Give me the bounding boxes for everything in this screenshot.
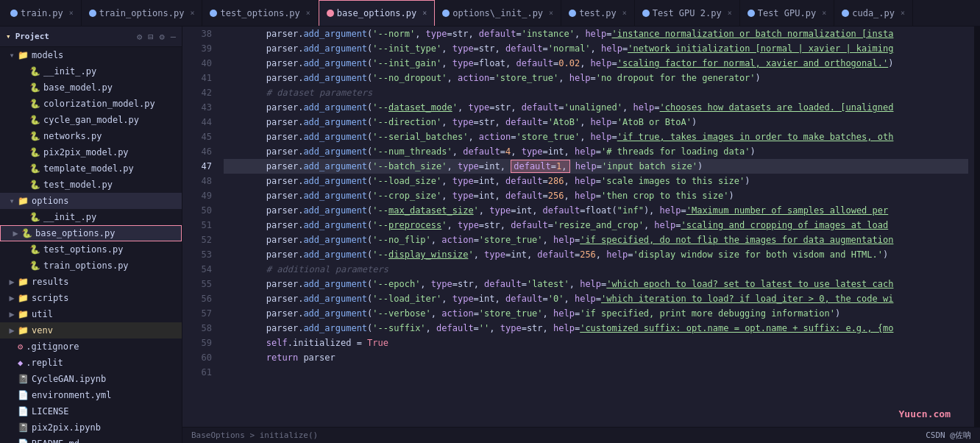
tab-test-gpu2-py[interactable]: Test GPU 2.py × bbox=[635, 0, 740, 26]
sidebar-item-template[interactable]: 🐍 template_model.py bbox=[0, 160, 182, 177]
ln-42: 42 bbox=[182, 85, 212, 100]
code-line-48: parser.add_argument('--load_size', type=… bbox=[224, 174, 968, 188]
sidebar-item-base-model[interactable]: 🐍 base_model.py bbox=[0, 79, 182, 96]
sidebar-item-test-options[interactable]: 🐍 test_options.py bbox=[0, 241, 182, 258]
ln-55: 55 bbox=[182, 277, 212, 291]
py-icon: 🐍 bbox=[29, 99, 40, 109]
minus-icon[interactable]: — bbox=[171, 32, 176, 42]
ln-44: 44 bbox=[182, 115, 212, 130]
item-label: environment.yml bbox=[32, 390, 111, 400]
item-label: scripts bbox=[32, 293, 69, 303]
sidebar-item-readme[interactable]: 📄 README.md bbox=[0, 436, 182, 443]
scrollbar[interactable] bbox=[974, 26, 980, 427]
code-line-45: parser.add_argument('--serial_batches', … bbox=[224, 130, 968, 144]
txt-icon: 📄 bbox=[18, 406, 29, 417]
code-line-61 bbox=[224, 365, 968, 380]
tab-close[interactable]: × bbox=[422, 9, 427, 17]
item-label: networks.py bbox=[43, 131, 102, 141]
sidebar-item-cyclegan-ipynb[interactable]: 📓 CycleGAN.ipynb bbox=[0, 371, 182, 387]
gear-icon[interactable]: ⚙ bbox=[160, 32, 165, 42]
item-label: pix2pix.ipynb bbox=[32, 422, 101, 433]
tab-base-options-py[interactable]: base_options.py × bbox=[319, 0, 435, 26]
sidebar-item-models[interactable]: ▾ 📁 models bbox=[0, 47, 182, 63]
item-label: .gitignore bbox=[26, 341, 79, 352]
item-label: cycle_gan_model.py bbox=[43, 115, 139, 125]
sidebar-item-license[interactable]: 📄 LICENSE bbox=[0, 403, 182, 419]
sidebar-item-base-options[interactable]: ▶ 🐍 base_options.py bbox=[0, 225, 182, 241]
split-icon[interactable]: ⊟ bbox=[148, 32, 153, 42]
breadcrumb: BaseOptions > initialize() bbox=[191, 430, 318, 440]
tab-close[interactable]: × bbox=[69, 9, 74, 17]
ln-58: 58 bbox=[182, 321, 212, 336]
sidebar-item-train-options[interactable]: 🐍 train_options.py bbox=[0, 258, 182, 274]
code-line-60: return parser bbox=[224, 350, 968, 365]
code-line-50: parser.add_argument('--max_dataset_size'… bbox=[224, 203, 968, 218]
code-line-38: parser.add_argument('--norm', type=str, … bbox=[224, 26, 968, 41]
watermark: Yuucn.com bbox=[899, 408, 951, 419]
expand-arrow: ▾ bbox=[6, 196, 18, 206]
tab-label: train.py bbox=[21, 8, 63, 18]
tab-cuda-py[interactable]: cuda_.py × bbox=[834, 0, 913, 26]
code-content[interactable]: parser.add_argument('--norm', type=str, … bbox=[218, 26, 974, 427]
sidebar-item-test-model[interactable]: 🐍 test_model.py bbox=[0, 177, 182, 193]
py-icon: 🐍 bbox=[29, 115, 40, 125]
code-line-49: parser.add_argument('--crop_size', type=… bbox=[224, 188, 968, 203]
sidebar-item-gitignore[interactable]: ⚙ .gitignore bbox=[0, 339, 182, 355]
tab-label: train_options.py bbox=[99, 8, 185, 18]
tab-label: Test GPU.py bbox=[758, 8, 816, 18]
sidebar-item-options[interactable]: ▾ 📁 options bbox=[0, 193, 182, 209]
code-line-39: parser.add_argument('--init_type', type=… bbox=[224, 41, 968, 56]
tab-test-options-py[interactable]: test_options.py × bbox=[202, 0, 318, 26]
csdn-label: CSDN @佐呐 bbox=[926, 430, 971, 441]
tab-close[interactable]: × bbox=[822, 9, 826, 17]
tab-test-py[interactable]: test.py × bbox=[561, 0, 635, 26]
item-label: LICENSE bbox=[32, 406, 69, 417]
item-label: .replit bbox=[26, 358, 63, 368]
tab-options-init-py[interactable]: options\_init_.py × bbox=[435, 0, 561, 26]
sidebar-item-networks[interactable]: 🐍 networks.py bbox=[0, 128, 182, 144]
tab-label: test_options.py bbox=[220, 8, 299, 18]
tab-icon bbox=[10, 10, 18, 17]
settings-icon[interactable]: ⚙ bbox=[137, 32, 142, 42]
sidebar-item-scripts[interactable]: ▶ 📁 scripts bbox=[0, 290, 182, 306]
tab-close[interactable]: × bbox=[190, 9, 194, 17]
item-label: pix2pix_model.py bbox=[43, 147, 129, 157]
status-right: CSDN @佐呐 bbox=[926, 430, 971, 441]
py-icon: 🐍 bbox=[29, 261, 40, 271]
ln-60: 60 bbox=[182, 350, 212, 365]
sidebar-item-environment[interactable]: 📄 environment.yml bbox=[0, 387, 182, 403]
tab-train-options-py[interactable]: train_options.py × bbox=[82, 0, 203, 26]
item-label: train_options.py bbox=[43, 261, 129, 271]
tab-close[interactable]: × bbox=[306, 9, 310, 17]
sidebar-item-replit[interactable]: ◆ .replit bbox=[0, 355, 182, 371]
expand-arrow: ▶ bbox=[6, 277, 18, 287]
tab-train-py[interactable]: train.py × bbox=[3, 0, 82, 26]
tab-test-gpu-py[interactable]: Test GPU.py × bbox=[740, 0, 835, 26]
status-left: BaseOptions > initialize() bbox=[191, 430, 318, 440]
ln-43: 43 bbox=[182, 100, 212, 115]
ln-49: 49 bbox=[182, 188, 212, 203]
sidebar-item-pix2pix[interactable]: 🐍 pix2pix_model.py bbox=[0, 144, 182, 160]
code-line-44: parser.add_argument('--direction', type=… bbox=[224, 115, 968, 130]
tab-close[interactable]: × bbox=[622, 9, 627, 17]
ln-41: 41 bbox=[182, 71, 212, 85]
sidebar-item-util[interactable]: ▶ 📁 util bbox=[0, 306, 182, 322]
sidebar-title: ▾ Project bbox=[6, 32, 49, 41]
tab-close[interactable]: × bbox=[728, 9, 732, 17]
ln-39: 39 bbox=[182, 41, 212, 56]
ipynb-icon: 📓 bbox=[18, 374, 29, 384]
replit-icon: ◆ bbox=[18, 358, 23, 368]
sidebar-item-results[interactable]: ▶ 📁 results bbox=[0, 274, 182, 290]
tab-close[interactable]: × bbox=[901, 9, 905, 17]
sidebar-item-cyclegan[interactable]: 🐍 cycle_gan_model.py bbox=[0, 112, 182, 128]
expand-arrow: ▶ bbox=[6, 309, 18, 319]
sidebar-item-options-init[interactable]: 🐍 __init_.py bbox=[0, 209, 182, 225]
sidebar-item-venv[interactable]: ▶ 📁 venv bbox=[0, 322, 182, 339]
item-label: venv bbox=[32, 325, 53, 336]
sidebar-item-models-init[interactable]: 🐍 __init_.py bbox=[0, 63, 182, 79]
sidebar-item-pix2pix-ipynb[interactable]: 📓 pix2pix.ipynb bbox=[0, 419, 182, 436]
sidebar-item-colorization[interactable]: 🐍 colorization_model.py bbox=[0, 96, 182, 112]
ipynb-icon: 📓 bbox=[18, 422, 29, 433]
tab-close[interactable]: × bbox=[549, 9, 553, 17]
expand-arrow: ▶ bbox=[6, 293, 18, 303]
